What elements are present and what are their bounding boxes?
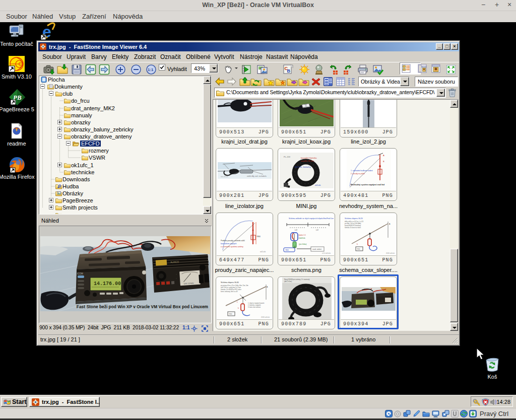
- svg-text:PL-259: PL-259: [284, 156, 291, 158]
- svg-text:L/2: L/2: [295, 229, 297, 231]
- svg-text:Schéma zohlednì ve ských napáj: Schéma zohlednì ve ských napájecích dípo…: [289, 218, 334, 220]
- svg-text:Schéma sloperu GL40: Schéma sloperu GL40: [221, 282, 239, 284]
- svg-text:zalité díly, izol. na kabelu: zalité díly, izol. na kabelu: [247, 175, 267, 177]
- svg-text:10×TGL, kmitočty: 10×TGL, kmitočty: [295, 166, 310, 168]
- svg-text:1:1: 1:1: [148, 67, 154, 72]
- svg-text:Fast Stone beži pod Win XP v O: Fast Stone beži pod Win XP v Oracle VM V…: [77, 304, 208, 309]
- svg-text:koaxiální tlumivka: koaxiální tlumivka: [301, 157, 317, 159]
- svg-text:v1.0 ok1ufc: v1.0 ok1ufc: [322, 252, 331, 254]
- svg-text:1. sloper je napájen koaxem: 1. sloper je napájen koaxem: [248, 302, 264, 304]
- svg-text:2. proudy na plášti: 2. proudy na plášti: [351, 173, 365, 175]
- svg-text:délka zářiče cca 20.5 m, l = 0: délka zářiče cca 20.5 m, l = 0.25: [345, 221, 364, 223]
- svg-text:1. nevhodné buďkové vedení: 1. nevhodné buďkové vedení: [351, 170, 373, 172]
- svg-text:žebříček: žebříček: [299, 237, 305, 239]
- svg-text:2016 ok1ufc: 2016 ok1ufc: [261, 316, 270, 318]
- svg-text:foto ok1ufc: foto ok1ufc: [221, 176, 228, 178]
- svg-text:koaxiálním napáječi: koaxiálním napáječi: [221, 243, 237, 245]
- svg-text:A: A: [383, 154, 384, 157]
- svg-text:TRX: TRX: [285, 249, 289, 251]
- svg-text:2. tlumivka u napáječe: 2. tlumivka u napáječe: [248, 304, 261, 306]
- svg-text:B: B: [287, 68, 291, 74]
- svg-text:h: h: [357, 243, 358, 245]
- svg-text:B: B: [383, 160, 384, 163]
- svg-text:ok1ufc: ok1ufc: [260, 250, 266, 253]
- svg-text:tlumivka: 10 z RG58 na PVC tru: tlumivka: 10 z RG58 na PVC trubce: [221, 289, 241, 291]
- svg-text:2016 ok1ufc: 2016 ok1ufc: [386, 252, 395, 254]
- svg-text:L: L: [237, 301, 238, 303]
- svg-text:TRX: TRX: [357, 248, 361, 250]
- svg-text:TRX: TRX: [256, 235, 261, 238]
- svg-text:(dél 2×5m): (dél 2×5m): [284, 281, 292, 283]
- svg-text:koaxiál RG58, PL konektory: koaxiál RG58, PL konektory: [345, 225, 361, 227]
- svg-text:pro 80m: 19.6 m (3.65 MHz): pro 80m: 19.6 m (3.65 MHz): [345, 223, 361, 225]
- svg-text:a v zemním systému antény: a v zemním systému antény: [221, 246, 243, 248]
- svg-text:h: h: [238, 307, 239, 309]
- svg-text:ICOM: ICOM: [77, 272, 83, 275]
- svg-text:Schéma sloperu GL20: Schéma sloperu GL20: [345, 218, 363, 220]
- svg-text:ok1ufc: ok1ufc: [315, 184, 321, 186]
- svg-text:14.176.00: 14.176.00: [94, 281, 121, 287]
- svg-text:L/2: L/2: [316, 229, 318, 231]
- svg-text:pro pásma 40 m a 15 m. Délky:: pro pásma 40 m a 15 m. Délky: 40m, 15m, …: [221, 285, 248, 287]
- svg-text:variální 36 mm: variální 36 mm: [301, 160, 314, 162]
- svg-text:(jen třeba): (jen třeba): [299, 243, 306, 245]
- svg-text:TRX: TRX: [229, 313, 233, 315]
- svg-text:tlumivka 10 závitů na trubce: tlumivka 10 závitů na trubce: [345, 227, 361, 229]
- svg-text:3. konec drat izolovan: 3. konec drat izolovan: [248, 306, 261, 308]
- svg-text:Probíhá proudy v anténb zářič: Probíhá proudy v anténb zářič: [221, 240, 245, 242]
- svg-text:zářič 19.6 m, svažitý drat Cu: zářič 19.6 m, svažitý drat Cu 2 mm: [221, 287, 241, 289]
- svg-text:konec izolovaný, úhel cca 40°: konec izolovaný, úhel cca 40°: [221, 291, 238, 293]
- svg-text:balún 1:1: balún 1:1: [299, 234, 306, 236]
- svg-text:Nevhodný systém napájení end f: Nevhodný systém napájení end fed: [351, 183, 384, 186]
- svg-text:ALINCO: ALINCO: [170, 260, 179, 263]
- svg-text:svod. vedení: svod. vedení: [312, 248, 321, 250]
